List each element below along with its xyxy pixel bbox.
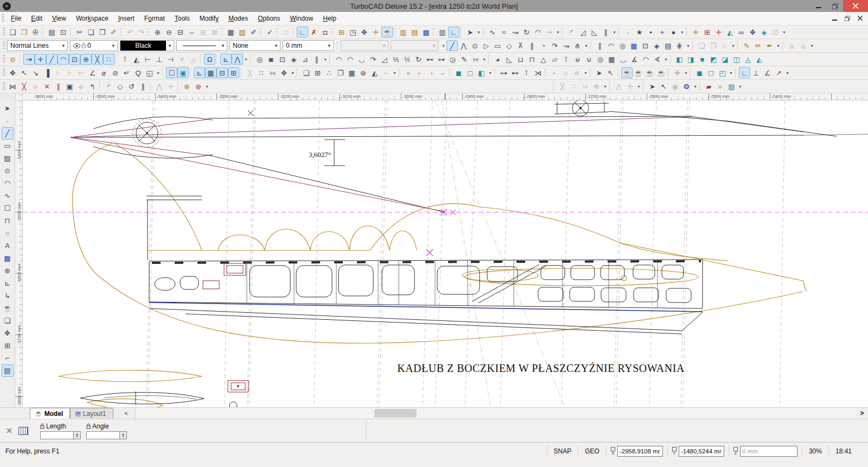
palette-circle-button[interactable]: ⊙ — [2, 165, 14, 177]
palette-grid-button[interactable]: ⊞ — [2, 339, 14, 352]
frame-button[interactable]: ⊡ — [640, 40, 651, 51]
more-chevron-icon[interactable]: ▾ — [784, 67, 790, 78]
pen-2-button[interactable]: ✏ — [752, 40, 764, 51]
hatch-button[interactable]: ◈ — [651, 40, 662, 51]
select-node-button[interactable]: ↖ — [605, 67, 616, 78]
palette-arc-button[interactable]: ◠ — [2, 177, 14, 190]
toolbar-grip[interactable] — [3, 82, 5, 91]
erase-button[interactable]: ✗ — [308, 27, 320, 37]
ole-gear-button[interactable]: ⊗ — [181, 81, 193, 92]
world-axes-button[interactable]: ∟ — [448, 27, 459, 37]
detail-button[interactable]: ▦ — [205, 67, 216, 78]
paste-button[interactable]: ❐ — [97, 27, 108, 37]
no-snap-button[interactable]: ⊘ — [7, 54, 18, 65]
palette-line-button[interactable]: ╱ — [2, 127, 14, 140]
dim-edit-button[interactable]: ⊞ — [228, 67, 239, 78]
snap-bisector-button[interactable]: ⋀ — [232, 54, 243, 65]
render-button[interactable]: ☕ — [381, 27, 393, 37]
rotate-l-button[interactable]: ↖ — [18, 67, 30, 78]
ellipse-edit-button[interactable]: ○ — [75, 81, 87, 92]
ucs-button[interactable]: ∟ — [297, 27, 308, 37]
3d-dome-button[interactable]: ◠ — [640, 54, 652, 65]
menu-options[interactable]: Options — [253, 13, 285, 24]
section-button[interactable]: ▤ — [662, 40, 674, 51]
more-chevron-icon[interactable]: ▾ — [730, 40, 736, 51]
chevron-down-icon[interactable]: ▼ — [60, 41, 67, 51]
print-preview-button[interactable]: ⊡ — [58, 27, 69, 37]
more-chevron-icon[interactable]: ▾ — [583, 67, 589, 78]
snap-face-button[interactable]: ◭ — [131, 54, 142, 65]
mdi-close-button[interactable] — [858, 16, 863, 21]
chamfer-3-button[interactable]: ∥ — [600, 27, 611, 37]
quick-text-button[interactable]: Q — [132, 67, 144, 78]
bezier-button[interactable]: ≈ — [498, 27, 509, 37]
horizontal-scrollbar-thumb[interactable] — [374, 409, 417, 418]
menu-file[interactable]: File — [6, 13, 26, 24]
hook-button[interactable]: ↰ — [87, 81, 98, 92]
rectangle-button[interactable]: ▭ — [492, 40, 503, 51]
menu-help[interactable]: Help — [318, 13, 341, 24]
palette-corner-button[interactable]: ⌐ — [2, 352, 14, 364]
curve-button[interactable]: ↝ — [509, 27, 521, 37]
bool-intersect-button[interactable]: ◧ — [476, 67, 487, 78]
chevron-down-icon[interactable]: ▼ — [326, 41, 333, 51]
palette-dimension-button[interactable]: ⊕ — [2, 264, 14, 277]
horizontal-scrollbar[interactable] — [135, 408, 856, 419]
pen-3-button[interactable]: ✒ — [764, 40, 775, 51]
menu-workspace[interactable]: Workspace — [71, 13, 113, 24]
vertical-ruler[interactable]: -1400 mm-1500 mm-1600 mm-1700 mm-1800 mm — [15, 100, 23, 407]
menu-modify[interactable]: Modify — [195, 13, 224, 24]
format-painter-button[interactable]: ✐ — [108, 27, 119, 37]
dim-angle-button[interactable]: ∠ — [87, 67, 98, 78]
y-coordinate-field[interactable]: -1480,5244 mr — [679, 446, 724, 457]
stamp-button[interactable]: ▣ — [64, 81, 75, 92]
hatch-fill-button[interactable]: ▨ — [726, 81, 737, 92]
curve-arc-button[interactable]: ◠ — [532, 27, 544, 37]
array-rect-button[interactable]: ▦ — [346, 67, 358, 78]
globe-button[interactable]: ❂ — [681, 81, 692, 92]
wireframe-button[interactable]: ◈ — [758, 27, 770, 37]
point-dot-button[interactable]: · — [622, 27, 634, 37]
tangent-arc-button[interactable]: ◔ — [538, 40, 549, 51]
arc-ratio-button[interactable]: ∺ — [470, 54, 481, 65]
arc-concentric-button[interactable]: ◶ — [447, 54, 458, 65]
angle-spinner[interactable]: ▲▼ — [120, 431, 127, 439]
mdi-minimize-button[interactable] — [832, 16, 837, 21]
palette-rectangle-button[interactable]: ▭ — [2, 140, 14, 152]
fork-button[interactable]: ⋔ — [572, 40, 583, 51]
cone-tool-button[interactable]: ◭ — [724, 27, 736, 37]
menu-modes[interactable]: Modes — [224, 13, 253, 24]
link-button[interactable]: ∞ — [736, 27, 747, 37]
open-button[interactable]: ❒ — [18, 27, 30, 37]
palette-button[interactable]: ▩ — [420, 27, 432, 37]
multiline-button[interactable]: ⋕ — [674, 40, 685, 51]
zoom-out-button[interactable]: ⊖ — [163, 27, 175, 37]
more-chevron-icon[interactable]: ▾ — [392, 67, 398, 78]
pick-pen-button[interactable]: ✐ — [248, 27, 259, 37]
coord-world-button[interactable]: ∟ — [739, 67, 750, 78]
document-button[interactable]: ▥ — [437, 27, 448, 37]
donut-button[interactable]: ◎ — [254, 54, 265, 65]
arc-tool-button[interactable]: ◠ — [605, 40, 617, 51]
line-style-combo[interactable]: Normal Lines▼ — [7, 40, 68, 51]
more-chevron-icon[interactable]: ▾ — [728, 67, 734, 78]
coord-angle-button[interactable]: ∠ — [762, 67, 773, 78]
more-chevron-icon[interactable]: ▾ — [775, 40, 781, 51]
bool-subtract-button[interactable]: ◻ — [464, 67, 476, 78]
polyline-button[interactable]: ⋀ — [458, 40, 469, 51]
hatch-lines-button[interactable]: ∥ — [53, 81, 64, 92]
render-full-button[interactable]: ☕ — [655, 67, 667, 78]
view-front-button[interactable]: ◨ — [685, 54, 697, 65]
more-chevron-icon[interactable]: ▾ — [555, 27, 561, 37]
dim-bar-button[interactable]: ⊟ — [216, 67, 228, 78]
more-chevron-icon[interactable]: ▾ — [204, 81, 210, 92]
x-coordinate-field[interactable]: -2958,9108 mr — [617, 446, 663, 457]
array-radial-button[interactable]: ⊛ — [358, 67, 369, 78]
strike-button[interactable]: ∥ — [311, 54, 322, 65]
geo-indicator[interactable]: GEO — [578, 445, 606, 457]
cross-mark-button[interactable]: ✕ — [41, 81, 53, 92]
copy-mirror-button[interactable]: ❐ — [335, 67, 346, 78]
tangent-line-button[interactable]: ↝ — [560, 40, 572, 51]
scroll-right-button[interactable]: > — [856, 408, 868, 419]
brush-combo[interactable]: None▼ — [229, 40, 280, 51]
